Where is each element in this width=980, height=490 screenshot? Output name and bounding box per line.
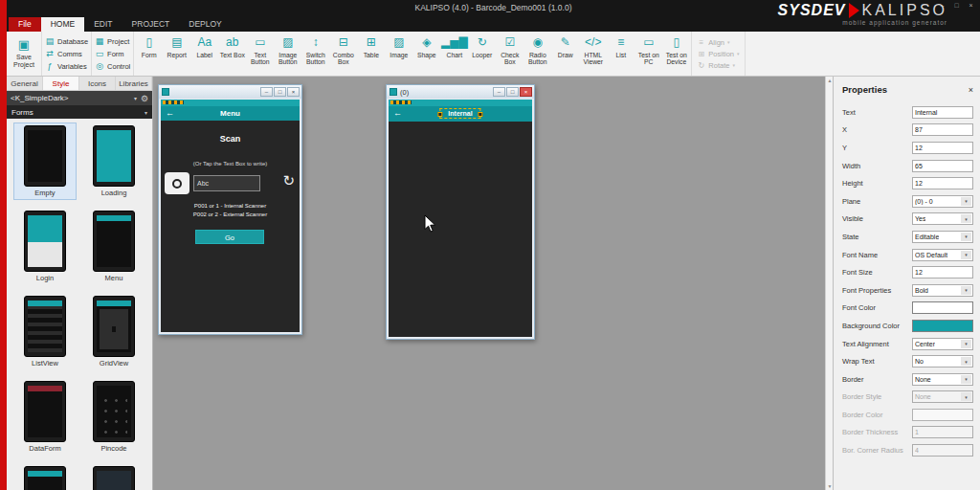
back-arrow-icon[interactable]: ←	[393, 108, 402, 118]
switch-button-icon: ↕	[313, 35, 319, 52]
property-color-background-color[interactable]	[912, 320, 973, 332]
brand-arrow-icon	[849, 3, 859, 18]
ribbon-button-looper[interactable]: ↻Looper	[468, 33, 496, 76]
ribbon-button-combo-box[interactable]: ⊟Combo Box	[329, 33, 357, 76]
property-select-wrap-text[interactable]: No▾	[912, 355, 973, 368]
close-button[interactable]: ×	[287, 87, 300, 97]
form-template-gridview[interactable]: GridView	[83, 294, 145, 369]
property-input-x[interactable]	[912, 123, 973, 136]
form-template-listview[interactable]: ListView	[14, 294, 76, 369]
property-input-width[interactable]	[912, 160, 973, 172]
menu-tab-home[interactable]: HOME	[41, 17, 85, 32]
property-select-text-alignment[interactable]: Center▾	[912, 338, 973, 350]
minimize-button[interactable]: –	[260, 87, 273, 97]
close-button[interactable]: ×	[520, 87, 532, 97]
gear-icon[interactable]: ⚙	[141, 94, 148, 103]
maximize-button[interactable]: □	[274, 87, 286, 97]
designer-window-internal-titlebar[interactable]: (0) –□×	[387, 85, 534, 99]
refresh-icon[interactable]: ↻	[282, 172, 295, 189]
chevron-down-icon: ▾	[134, 95, 137, 101]
ribbon-button-check-box[interactable]: ☑Check Box	[496, 33, 523, 76]
template-thumbnail	[24, 381, 66, 442]
property-row-plane: Plane(0) - 0▾	[842, 192, 973, 211]
sidebar-tab-style[interactable]: Style	[43, 77, 79, 90]
form-template-pincode[interactable]: Pincode	[83, 379, 145, 455]
form-template-dataform[interactable]: DataForm	[14, 379, 76, 455]
property-input-font-size[interactable]	[912, 266, 973, 278]
form-internal-header[interactable]: ← Internal	[389, 106, 532, 122]
selection-dashes	[163, 100, 184, 104]
ribbon-item-comms[interactable]: ⇄Comms	[45, 49, 88, 58]
form-template-menu[interactable]: Menu	[83, 209, 145, 284]
ribbon-item-position: ⊞Position▾	[697, 50, 739, 58]
close-icon[interactable]: ×	[969, 85, 973, 95]
ribbon-button-table[interactable]: ⊞Table	[357, 33, 385, 76]
forms-section-header[interactable]: Forms ▾	[7, 105, 152, 119]
ribbon-button-text-box[interactable]: abText Box	[218, 33, 246, 76]
go-button[interactable]: Go	[195, 230, 264, 244]
form-template-login[interactable]: Login	[14, 209, 76, 284]
property-select-font-name[interactable]: OS Default▾	[912, 249, 973, 261]
ribbon-button-shape[interactable]: ◈Shape	[412, 33, 440, 76]
ribbon-button-text-button[interactable]: ▭Text Button	[246, 33, 274, 76]
menu-tab-file[interactable]: File	[9, 17, 41, 32]
ribbon-button-radio-button[interactable]: ◉Radio Button	[523, 33, 551, 76]
property-select-state[interactable]: Editable▾	[912, 231, 973, 243]
ribbon-item-control[interactable]: ◎Control	[95, 61, 130, 71]
ribbon-button-label[interactable]: AaLabel	[190, 33, 218, 76]
ribbon-button-report[interactable]: ▤Report	[163, 33, 190, 76]
ribbon-button-switch-button[interactable]: ↕Switch Button	[301, 33, 329, 76]
maximize-button[interactable]: □	[506, 87, 519, 97]
ribbon-item-database[interactable]: ▤Database	[45, 36, 88, 46]
menu-tab-edit[interactable]: EDIT	[84, 17, 122, 32]
ribbon-button-form[interactable]: ▯Form	[135, 33, 163, 76]
close-button[interactable]: ×	[965, 1, 977, 11]
sidebar-tab-icons[interactable]: Icons	[79, 77, 116, 90]
property-input-height[interactable]	[912, 177, 973, 189]
menu-tab-project[interactable]: PROJECT	[122, 17, 180, 32]
ribbon-button-image-button[interactable]: ▨Image Button	[274, 33, 301, 76]
form-menu-body[interactable]: ← Menu Scan (Or Tap the Text Box to writ…	[161, 100, 300, 332]
designer-window-menu-titlebar[interactable]: –□×	[159, 85, 301, 99]
minimize-button[interactable]: –	[493, 87, 505, 97]
sidebar-tab-general[interactable]: General	[7, 77, 43, 90]
form-template-partial2[interactable]	[83, 464, 145, 490]
designer-window-internal[interactable]: (0) –□× ← Internal	[386, 84, 535, 340]
ribbon-button-draw[interactable]: ✎Draw	[551, 33, 579, 76]
property-input-text[interactable]	[912, 106, 973, 119]
scan-text-box[interactable]: Abc	[193, 175, 260, 191]
canvas-scrollbar[interactable]: ▲ ▼	[825, 77, 833, 490]
property-select-visible[interactable]: Yes▾	[912, 212, 973, 225]
ribbon-item-variables[interactable]: ƒVariables	[45, 61, 88, 71]
ribbon-button-html-viewer[interactable]: </>HTML Viewer	[579, 33, 607, 76]
ribbon-item-project[interactable]: ▦Project	[95, 36, 130, 46]
form-template-empty[interactable]: Empty	[14, 123, 76, 199]
menu-tab-deploy[interactable]: DEPLOY	[179, 17, 232, 32]
property-select-plane[interactable]: (0) - 0▾	[912, 195, 973, 208]
form-internal-body[interactable]: ← Internal	[389, 100, 532, 337]
ribbon-button-image[interactable]: ▨Image	[385, 33, 412, 76]
save-project-button[interactable]: ▣ Save Project	[9, 38, 39, 68]
form-top-strip	[389, 100, 532, 106]
form-menu-header[interactable]: ← Menu	[161, 106, 300, 121]
property-input-y[interactable]	[912, 142, 973, 154]
ribbon-button-list[interactable]: ≡List	[607, 33, 635, 76]
designer-window-menu[interactable]: –□× ← Menu Scan (Or Tap the Text Box to …	[158, 84, 302, 335]
ribbon-button-test-on-pc[interactable]: ▭Test on PC	[635, 33, 662, 76]
sidebar-tab-libraries[interactable]: Libraries	[116, 77, 152, 90]
property-select-border[interactable]: None▾	[912, 373, 973, 386]
ribbon-button-chart[interactable]: ▂▅▇Chart	[440, 33, 468, 76]
form-template-partial1[interactable]	[14, 464, 76, 490]
property-color-font-color[interactable]	[912, 301, 973, 314]
ribbon-item-form[interactable]: ▭Form	[95, 49, 130, 58]
ribbon-button-test-on-device[interactable]: ▯Test on Device	[662, 33, 690, 76]
template-thumbnail	[93, 466, 135, 490]
property-row-bor-corner-radius: Bor. Corner Radius	[842, 441, 973, 459]
maximize-button[interactable]: □	[950, 1, 963, 11]
theme-selector[interactable]: <K_SimpleDark> ▾ ⚙	[7, 91, 152, 105]
form-template-loading[interactable]: Loading	[83, 123, 145, 199]
selected-label-internal[interactable]: Internal	[439, 108, 480, 119]
property-select-font-properties[interactable]: Bold▾	[912, 284, 973, 297]
camera-icon[interactable]	[165, 172, 189, 194]
label-icon: Aa	[197, 35, 212, 52]
